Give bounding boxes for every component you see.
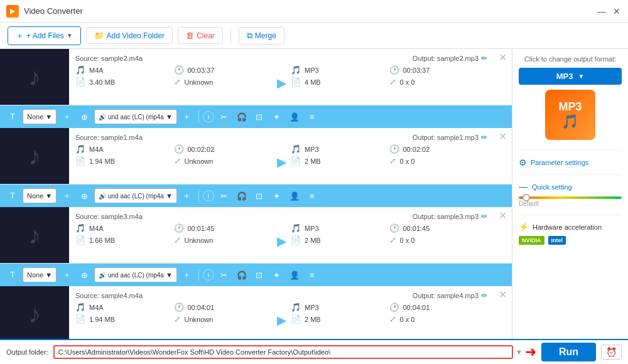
preset-dropdown[interactable]: None ▼	[23, 188, 57, 203]
file-thumbnail: ♪	[0, 207, 69, 263]
clear-button[interactable]: 🗑 Clear	[178, 27, 223, 44]
add-video-folder-button[interactable]: 📁 Add Video Folder	[86, 27, 173, 44]
run-button[interactable]: Run	[541, 343, 596, 361]
format-selector[interactable]: MP3 ▼	[519, 68, 622, 85]
cut-button[interactable]: ✂	[217, 267, 232, 282]
cut-button[interactable]: ✂	[217, 109, 232, 124]
out-resize-icon: ⤢	[389, 77, 396, 87]
headphones-button[interactable]: 🎧	[234, 188, 249, 203]
crop-button[interactable]: ⊡	[252, 188, 267, 203]
meta-source-right: 🕐 00:02:02 ⤢ Unknown	[174, 144, 273, 179]
format-preview: MP3 🎵	[519, 90, 622, 140]
remove-file-button[interactable]: ✕	[494, 286, 512, 303]
subtitle2-button[interactable]: ≡	[305, 109, 320, 124]
right-arrow-icon: ▶	[277, 233, 286, 249]
file-thumbnail: ♪	[0, 49, 69, 105]
merge-icon: ⧉	[247, 31, 252, 41]
cut-button[interactable]: ✂	[217, 188, 232, 203]
file-labels-row: Source: sample1.m4a Output: sample1.mp3 …	[75, 133, 487, 142]
edit-icon[interactable]: ✏	[481, 291, 487, 300]
codec-dropdown[interactable]: 🔊 und aac (LC) (mp4a ▼	[94, 188, 177, 203]
subtitle2-button[interactable]: ≡	[305, 267, 320, 282]
folder-icon: 📁	[94, 31, 104, 40]
out-res: 0 x 0	[400, 78, 415, 86]
copy-button[interactable]: ⊕	[77, 267, 92, 282]
slider-thumb[interactable]	[522, 194, 530, 201]
preset-label: None	[27, 271, 43, 279]
minimize-button[interactable]: —	[597, 6, 607, 16]
format-row: 🎵 M4A	[75, 302, 174, 312]
effect-button[interactable]: ✦	[269, 109, 284, 124]
out-format-icon: 🎵	[291, 223, 301, 233]
copy-button[interactable]: ⊕	[77, 188, 92, 203]
file-item-wrapper-3: ♪ Source: sample3.m4a Output: sample3.mp…	[0, 207, 512, 286]
effect-button[interactable]: ✦	[269, 267, 284, 282]
remove-file-button[interactable]: ✕	[494, 128, 512, 145]
person-button[interactable]: 👤	[287, 188, 302, 203]
edit-icon[interactable]: ✏	[481, 212, 487, 221]
quick-setting-label[interactable]: — Quick setting	[519, 179, 622, 194]
close-button[interactable]: ✕	[612, 6, 622, 16]
src-size: 3.40 MB	[89, 78, 115, 86]
crop-button[interactable]: ⊡	[252, 267, 267, 282]
add-subtitle-button[interactable]: ＋	[59, 188, 74, 203]
preset-label: None	[27, 192, 43, 200]
headphones-button[interactable]: 🎧	[234, 267, 249, 282]
crop-button[interactable]: ⊡	[252, 109, 267, 124]
edit-icon[interactable]: ✏	[481, 54, 487, 63]
meta-source: 🎵 M4A 📄 3.40 MB	[75, 65, 174, 100]
preset-dropdown[interactable]: None ▼	[23, 109, 57, 124]
duration-row: 🕐 00:03:37	[174, 65, 273, 75]
edit-icon[interactable]: ✏	[481, 133, 487, 142]
person-button[interactable]: 👤	[287, 267, 302, 282]
add-files-dropdown-icon[interactable]: ▼	[67, 32, 73, 39]
info-button[interactable]: i	[203, 190, 214, 201]
file-item: ♪ Source: sample1.m4a Output: sample1.mp…	[0, 128, 512, 185]
src-res: Unknown	[185, 78, 214, 86]
subtitle-icon: T	[5, 267, 20, 282]
remove-file-button[interactable]: ✕	[494, 49, 512, 66]
preset-dropdown[interactable]: None ▼	[23, 267, 57, 282]
path-dropdown-icon[interactable]: ▼	[516, 348, 522, 356]
ctrl-separator	[198, 110, 199, 123]
subtitle2-button[interactable]: ≡	[305, 188, 320, 203]
src-duration: 00:03:37	[188, 67, 215, 74]
add-subtitle-button[interactable]: ＋	[59, 109, 74, 124]
effect-button[interactable]: ✦	[269, 188, 284, 203]
meta-output-right: 🕐 00:01:45 ⤢ 0 x 0	[389, 223, 488, 258]
codec-label: 🔊 und aac (LC) (mp4a	[99, 193, 164, 200]
clock-icon: 🕐	[174, 302, 184, 312]
src-res: Unknown	[185, 237, 214, 244]
info-button[interactable]: i	[203, 269, 214, 281]
preset-dropdown-icon: ▼	[45, 271, 52, 279]
preset-dropdown-icon: ▼	[45, 113, 52, 120]
schedule-button[interactable]: ⏰	[601, 345, 622, 360]
output-path-input[interactable]: C:\Users\Administrator\Videos\WonderFox …	[53, 345, 513, 359]
file-list: ♪ Source: sample2.m4a Output: sample2.mp…	[0, 49, 512, 339]
person-button[interactable]: 👤	[287, 109, 302, 124]
out-resize-icon: ⤢	[389, 235, 396, 245]
headphones-button[interactable]: 🎧	[234, 109, 249, 124]
file-info: Source: sample3.m4a Output: sample3.mp3 …	[69, 207, 494, 263]
codec-dropdown[interactable]: 🔊 und aac (LC) (mp4a ▼	[94, 109, 177, 124]
add-files-button[interactable]: ＋ + Add Files ▼	[8, 26, 81, 45]
info-button[interactable]: i	[203, 111, 214, 122]
remove-file-button[interactable]: ✕	[494, 207, 512, 224]
quality-slider[interactable]: Default	[519, 194, 622, 211]
hw-acceleration-option[interactable]: ⚡ Hardware acceleration	[519, 219, 622, 235]
add-audio-button[interactable]: ＋	[180, 188, 195, 203]
file-icon: 📄	[75, 156, 85, 166]
merge-button[interactable]: ⧉ Merge	[239, 27, 284, 45]
codec-dropdown[interactable]: 🔊 und aac (LC) (mp4a ▼	[94, 267, 177, 282]
format-icon: 🎵	[75, 65, 85, 75]
add-subtitle-button[interactable]: ＋	[59, 267, 74, 282]
add-audio-button[interactable]: ＋	[180, 267, 195, 282]
copy-button[interactable]: ⊕	[77, 109, 92, 124]
add-audio-button[interactable]: ＋	[180, 109, 195, 124]
right-arrow-icon: ▶	[277, 313, 286, 328]
parameter-settings-option[interactable]: ⚙ Parameter settings	[519, 154, 622, 171]
res-row: ⤢ Unknown	[174, 77, 273, 87]
right-arrow-icon: ▶	[277, 154, 286, 169]
src-duration: 00:02:02	[188, 146, 215, 153]
out-duration: 00:04:01	[403, 304, 430, 311]
